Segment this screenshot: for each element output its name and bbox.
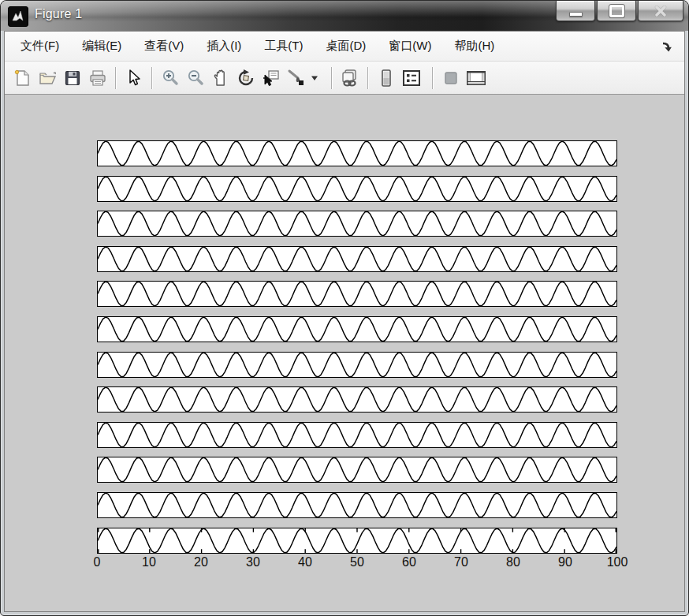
waveform-plot (98, 282, 616, 306)
brush-dropdown-button[interactable] (309, 66, 320, 90)
x-axis-tick-labels: 0102030405060708090100 (97, 555, 617, 571)
matlab-icon (8, 6, 28, 27)
title-bar[interactable]: Figure 1 (1, 1, 688, 31)
menu-bar: 文件(F) 编辑(E) 查看(V) 插入(I) 工具(T) 桌面(D) 窗口(W… (5, 32, 684, 62)
data-cursor-button[interactable] (259, 66, 284, 90)
waveform-plot (98, 211, 616, 236)
x-tick-label: 10 (142, 555, 156, 569)
waveform-plot (98, 317, 616, 342)
insert-legend-button[interactable] (399, 66, 424, 90)
subplot-axes-12[interactable] (97, 528, 617, 554)
save-button[interactable] (60, 66, 85, 90)
figure-canvas: 0102030405060708090100 (5, 95, 684, 611)
subplot-axes-5[interactable] (97, 281, 617, 307)
edit-plot-button[interactable] (121, 66, 147, 90)
x-tick-label: 30 (246, 555, 260, 569)
menu-insert[interactable]: 插入(I) (207, 39, 241, 54)
subplot-axes-2[interactable] (97, 176, 617, 202)
menu-desktop[interactable]: 桌面(D) (326, 39, 366, 54)
maximize-icon (609, 5, 624, 17)
x-tick-label: 60 (402, 555, 416, 569)
dock-figure-arrow-icon[interactable] (661, 40, 673, 53)
x-tick-label: 100 (607, 555, 628, 569)
print-icon (88, 69, 107, 87)
waveform-plot (98, 423, 616, 447)
waveform-plot (98, 457, 616, 482)
waveform-plot (98, 353, 616, 377)
link-plot-button[interactable] (337, 66, 363, 90)
pan-button[interactable] (208, 66, 233, 90)
window-title: Figure 1 (35, 7, 82, 21)
minimize-icon (569, 12, 583, 17)
toolbar-separator (151, 67, 153, 89)
subplot-axes-9[interactable] (97, 422, 617, 448)
x-tick-label: 20 (194, 555, 208, 569)
insert-colorbar-icon (380, 69, 393, 88)
close-icon (654, 6, 667, 17)
toolbar-separator (432, 67, 434, 89)
pan-hand-icon (211, 69, 230, 88)
new-file-icon (13, 69, 31, 88)
figure-window: Figure 1 文件(F) 编辑(E) 查看(V) 插入(I) 工具(T) 桌… (0, 0, 689, 616)
x-tick-label: 50 (350, 555, 364, 569)
data-cursor-icon (262, 69, 281, 88)
menu-view[interactable]: 查看(V) (144, 39, 184, 54)
insert-colorbar-button[interactable] (374, 66, 399, 90)
subplot-axes-1[interactable] (97, 140, 617, 166)
brush-button[interactable] (284, 66, 309, 90)
maximize-button[interactable] (597, 1, 636, 21)
menu-tools[interactable]: 工具(T) (264, 39, 303, 54)
open-file-button[interactable] (35, 66, 60, 90)
x-tick-label: 40 (298, 555, 312, 569)
waveform-plot (98, 493, 616, 517)
show-plot-tools-icon (465, 69, 487, 87)
edit-cursor-icon (127, 69, 141, 88)
insert-legend-icon (402, 69, 421, 87)
subplot-axes-11[interactable] (97, 492, 617, 518)
waveform-plot (98, 247, 616, 271)
waveform-plot (98, 141, 616, 166)
close-button[interactable] (638, 1, 683, 21)
open-file-icon (38, 69, 57, 87)
figure-client-area: 文件(F) 编辑(E) 查看(V) 插入(I) 工具(T) 桌面(D) 窗口(W… (4, 31, 685, 612)
x-tick-label: 70 (454, 555, 468, 569)
waveform-plot (98, 528, 616, 553)
waveform-plot (98, 387, 616, 412)
toolbar-separator (331, 67, 333, 89)
menu-edit[interactable]: 编辑(E) (82, 39, 121, 54)
hide-plot-tools-button[interactable] (438, 66, 464, 90)
subplot-axes-8[interactable] (97, 386, 617, 413)
show-plot-tools-button[interactable] (464, 66, 489, 90)
rotate-3d-button[interactable] (233, 66, 259, 90)
hide-plot-tools-icon (443, 70, 459, 86)
menu-window[interactable]: 窗口(W) (389, 39, 431, 54)
subplot-grid (97, 140, 617, 554)
minimize-button[interactable] (556, 1, 595, 21)
x-tick-label: 0 (94, 555, 101, 569)
link-plot-icon (340, 69, 360, 88)
print-button[interactable] (85, 66, 110, 90)
toolbar-separator (367, 67, 369, 89)
subplot-axes-10[interactable] (97, 457, 617, 483)
zoom-in-button[interactable] (158, 66, 183, 90)
menu-file[interactable]: 文件(F) (20, 39, 59, 54)
subplot-axes-6[interactable] (97, 316, 617, 342)
brush-icon (287, 69, 306, 88)
zoom-out-button[interactable] (183, 66, 208, 90)
brush-dropdown-icon (311, 75, 318, 81)
new-file-button[interactable] (9, 66, 35, 90)
toolbar-separator (115, 67, 117, 89)
subplot-axes-7[interactable] (97, 352, 617, 378)
zoom-out-icon (186, 69, 205, 88)
zoom-in-icon (161, 69, 180, 88)
save-icon (64, 69, 81, 87)
subplot-axes-4[interactable] (97, 246, 617, 272)
rotate-3d-icon (236, 69, 255, 88)
figure-toolbar (5, 62, 684, 95)
subplot-axes-3[interactable] (97, 211, 617, 237)
waveform-plot (98, 177, 616, 201)
x-tick-label: 80 (506, 555, 520, 569)
menu-help[interactable]: 帮助(H) (454, 39, 494, 54)
x-tick-label: 90 (558, 555, 572, 569)
